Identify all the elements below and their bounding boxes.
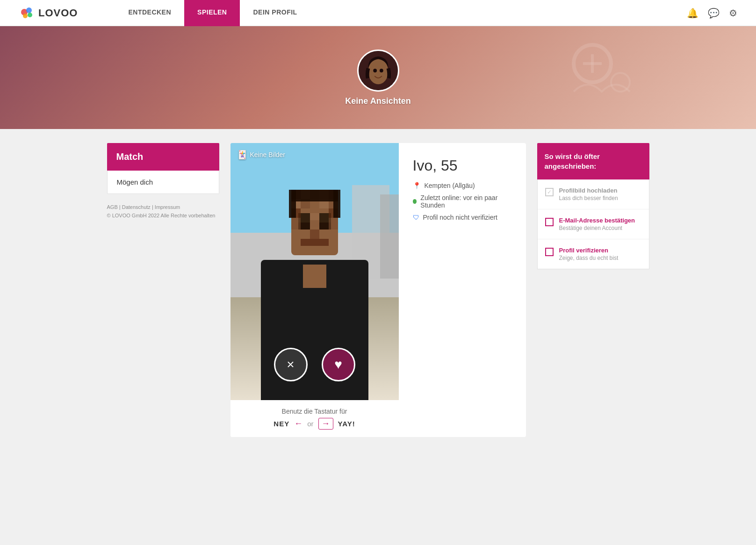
action-buttons: × ♥ <box>274 348 355 381</box>
tips-header: So wirst du öfter angeschrieben: <box>537 143 649 179</box>
logo[interactable]: LOVOO <box>19 5 78 22</box>
tip-title-email: E-Mail-Adresse bestätigen <box>559 217 635 224</box>
tips-list: Profilbild hochladen Lass dich besser fi… <box>537 179 649 269</box>
profile-verified: 🛡 Profil noch nicht verifiziert <box>413 214 512 221</box>
or-label: or <box>307 420 313 428</box>
nav-entdecken[interactable]: ENTDECKEN <box>115 0 184 26</box>
no-images-badge: 🃏 Keine Bilder <box>237 150 286 160</box>
tip-item-verify[interactable]: Profil verifizieren Zeige, dass du echt … <box>538 239 649 269</box>
banner: Keine Ansichten <box>0 26 756 129</box>
tip-title-verify: Profil verifizieren <box>559 247 619 254</box>
pixelated-face <box>273 190 357 269</box>
tip-item-profile-pic[interactable]: Profilbild hochladen Lass dich besser fi… <box>538 179 649 209</box>
nav-dein-profil[interactable]: DEIN PROFIL <box>240 0 310 26</box>
avatar-image <box>359 50 398 91</box>
arrow-right-icon: → <box>318 418 333 430</box>
svg-rect-34 <box>310 229 319 239</box>
center-content: 🃏 Keine Bilder <box>230 143 526 437</box>
svg-rect-32 <box>310 213 319 220</box>
svg-rect-33 <box>310 220 319 227</box>
profile-info: Ivo, 55 📍 Kempten (Allgäu) Zuletzt onlin… <box>399 143 526 437</box>
right-sidebar: So wirst du öfter angeschrieben: Profilb… <box>537 143 649 437</box>
chat-icon[interactable]: 💬 <box>708 7 720 19</box>
bell-icon[interactable]: 🔔 <box>687 7 698 19</box>
header-icons: 🔔 💬 ⚙ <box>687 7 737 19</box>
building2 <box>380 194 399 279</box>
tip-desc-email: Bestätige deinen Account <box>559 225 635 231</box>
lovoo-logo-icon <box>19 5 36 22</box>
match-button[interactable]: Match <box>107 143 219 171</box>
main-container: Match Mögen dich AGB | Datenschutz | Imp… <box>98 143 659 437</box>
tip-checkbox-profile <box>545 188 554 196</box>
svg-rect-38 <box>333 190 340 218</box>
verified-text: Profil noch nicht verifiziert <box>423 214 498 221</box>
cards-icon: 🃏 <box>237 150 247 160</box>
tip-item-email[interactable]: E-Mail-Adresse bestätigen Bestätige dein… <box>538 209 649 239</box>
profile-location: 📍 Kempten (Allgäu) <box>413 182 512 189</box>
svg-point-12 <box>379 69 383 72</box>
tip-desc-verify: Zeige, dass du echt bist <box>559 255 619 261</box>
footer-links: AGB | Datenschutz | Impressum © LOVOO Gm… <box>107 203 219 220</box>
heart-icon: ♥ <box>334 357 342 372</box>
banner-name: Keine Ansichten <box>345 96 410 106</box>
shield-icon: 🛡 <box>413 214 419 221</box>
no-images-label: Keine Bilder <box>250 151 286 158</box>
agb-link[interactable]: AGB <box>107 204 118 210</box>
banner-avatar <box>357 50 399 92</box>
gear-icon[interactable]: ⚙ <box>729 7 737 19</box>
yay-label: YAY! <box>338 420 355 428</box>
ney-label: NEY <box>274 420 289 428</box>
arrow-left-icon: ← <box>294 419 302 429</box>
profile-card: 🃏 Keine Bilder <box>230 143 526 437</box>
tip-text-email: E-Mail-Adresse bestätigen Bestätige dein… <box>559 217 635 231</box>
nope-icon: × <box>287 357 294 372</box>
online-dot <box>413 199 417 204</box>
mogen-dich-button[interactable]: Mögen dich <box>107 171 219 194</box>
tip-title-profile: Profilbild hochladen <box>559 187 618 194</box>
location-icon: 📍 <box>413 182 421 189</box>
profile-image-wrapper: 🃏 Keine Bilder <box>230 143 399 400</box>
svg-point-10 <box>368 58 388 84</box>
keyboard-keys: NEY ← or → YAY! <box>238 418 391 430</box>
logo-text: LOVOO <box>38 7 78 19</box>
datenschutz-link[interactable]: Datenschutz <box>122 204 151 210</box>
banner-decoration <box>546 36 662 129</box>
svg-point-2 <box>26 7 32 13</box>
tip-checkbox-verify <box>545 248 554 256</box>
header: LOVOO ENTDECKEN SPIELEN DEIN PROFIL 🔔 💬 … <box>0 0 756 26</box>
profile-section: 🃏 Keine Bilder <box>230 143 526 437</box>
hint-text: Benutz die Tastatur für <box>238 408 391 415</box>
svg-point-11 <box>373 69 377 72</box>
svg-rect-31 <box>329 218 338 229</box>
tip-checkbox-email <box>545 218 554 226</box>
nav-spielen[interactable]: SPIELEN <box>184 0 240 26</box>
svg-rect-35 <box>301 239 329 246</box>
svg-rect-29 <box>291 218 301 229</box>
like-button[interactable]: ♥ <box>322 348 355 381</box>
svg-rect-36 <box>291 190 338 201</box>
profile-online-status: Zuletzt online: vor ein paar Stunden <box>413 194 512 209</box>
svg-point-4 <box>23 14 28 18</box>
tip-text-profile: Profilbild hochladen Lass dich besser fi… <box>559 187 618 201</box>
main-nav: ENTDECKEN SPIELEN DEIN PROFIL <box>115 0 687 26</box>
nope-button[interactable]: × <box>274 348 308 381</box>
svg-point-3 <box>28 13 32 17</box>
location-text: Kempten (Allgäu) <box>425 182 475 189</box>
online-text: Zuletzt online: vor ein paar Stunden <box>420 194 511 209</box>
left-sidebar: Match Mögen dich AGB | Datenschutz | Imp… <box>107 143 219 437</box>
profile-image-side: 🃏 Keine Bilder <box>230 143 399 437</box>
tip-desc-profile: Lass dich besser finden <box>559 195 618 201</box>
profile-name: Ivo, 55 <box>413 157 512 174</box>
tip-text-verify: Profil verifizieren Zeige, dass du echt … <box>559 247 619 261</box>
keyboard-hint: Benutz die Tastatur für NEY ← or → YAY! <box>230 400 399 437</box>
impressum-link[interactable]: Impressum <box>155 204 180 210</box>
copyright-text: © LOVOO GmbH 2022 Alle Rechte vorbehalte… <box>107 213 216 218</box>
svg-rect-37 <box>289 190 296 218</box>
